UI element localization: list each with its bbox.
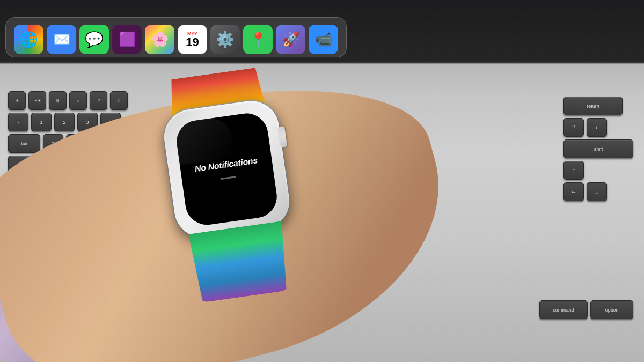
dock: 🌐 ✉️ 💬 🟪 🌸 MAY 19 — [5, 17, 347, 57]
key-shift-right[interactable]: shift — [564, 139, 633, 158]
dock-icon-photos[interactable]: 🌸 — [145, 25, 174, 54]
dock-icon-chrome[interactable]: 🌐 — [14, 25, 43, 54]
key-slash[interactable]: / — [587, 118, 607, 137]
dock-icon-calendar[interactable]: MAY 19 — [178, 25, 207, 54]
watch-body: No Notifications — [160, 98, 292, 241]
key-up[interactable]: ↑ — [564, 161, 584, 180]
dock-icon-zoom[interactable]: 📹 — [309, 25, 338, 54]
command-option-row: command option — [539, 300, 633, 319]
watch-page-indicator — [220, 176, 236, 180]
key-dnd[interactable]: ☾ — [110, 91, 128, 110]
key-mission-control[interactable]: ▤ — [49, 91, 67, 110]
key-2[interactable]: 2 — [54, 113, 75, 131]
right-key-column: return ? / shift ↑ ← ↓ — [564, 97, 633, 201]
key-option-right[interactable]: option — [590, 300, 633, 319]
dock-icon-launchpad[interactable]: 🚀 — [276, 25, 305, 54]
right-bottom-keys: command option — [539, 300, 633, 319]
key-brightness-up[interactable]: ☀☀ — [28, 91, 46, 110]
keyboard-right: return ? / shift ↑ ← ↓ command option — [464, 64, 644, 362]
menubar: 🌐 ✉️ 💬 🟪 🌸 MAY 19 — [0, 0, 644, 62]
key-command-right[interactable]: command — [539, 300, 588, 319]
key-spotlight[interactable]: ⌕ — [69, 91, 87, 110]
watch-screen-content: No Notifications — [185, 146, 269, 192]
key-dictation[interactable]: 🎤 — [90, 91, 107, 110]
watch-screen: No Notifications — [174, 110, 280, 227]
key-return[interactable]: return — [564, 97, 623, 115]
dock-icon-mail[interactable]: ✉️ — [47, 25, 76, 54]
key-tilde[interactable]: ~ — [8, 113, 28, 131]
key-down[interactable]: ↓ — [587, 182, 607, 201]
dock-icon-messages[interactable]: 💬 — [79, 25, 109, 54]
key-question[interactable]: ? — [564, 118, 584, 137]
apple-watch: No Notifications — [157, 91, 299, 246]
dock-icon-findmy[interactable]: 📍 — [243, 25, 273, 54]
dock-icon-system-prefs[interactable]: ⚙️ — [210, 25, 240, 54]
key-1[interactable]: 1 — [31, 113, 52, 131]
key-left[interactable]: ← — [564, 182, 584, 201]
dock-icon-slack[interactable]: 🟪 — [112, 25, 142, 54]
main-scene: 🌐 ✉️ 💬 🟪 🌸 MAY 19 — [0, 0, 644, 362]
no-notifications-text: No Notifications — [194, 155, 259, 175]
key-tab[interactable]: tab — [8, 134, 40, 153]
screen-area: 🌐 ✉️ 💬 🟪 🌸 MAY 19 — [0, 0, 644, 64]
watch-band-bottom — [188, 221, 291, 303]
key-brightness-down[interactable]: ☀ — [8, 91, 26, 110]
